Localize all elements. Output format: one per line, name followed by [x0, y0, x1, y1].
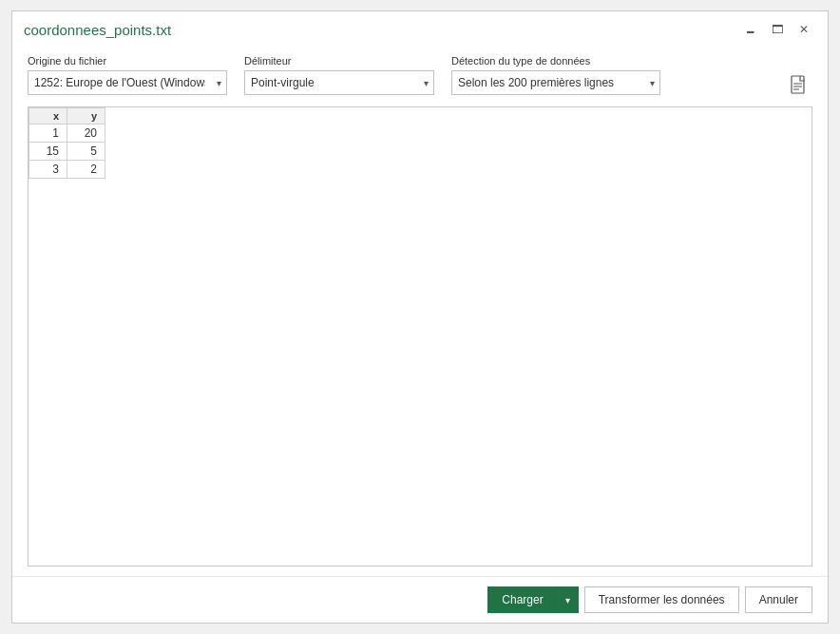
window-controls: 🗕 🗖 ✕: [738, 19, 816, 40]
data-preview: x y 12015532: [28, 106, 812, 567]
file-settings-button[interactable]: [786, 72, 812, 97]
delimiter-select[interactable]: Point-virgule: [244, 70, 434, 95]
footer: Charger ▾ Transformer les données Annule…: [12, 576, 828, 623]
table-header-row: x y: [29, 108, 105, 125]
delimiter-select-wrapper: Point-virgule: [244, 70, 434, 95]
maximize-button[interactable]: 🗖: [765, 19, 790, 40]
content-area: Origine du fichier 1252: Europe de l'Oue…: [12, 46, 828, 576]
origin-group: Origine du fichier 1252: Europe de l'Oue…: [28, 55, 227, 95]
table-cell: 1: [29, 125, 67, 143]
detection-select[interactable]: Selon les 200 premières lignes: [451, 70, 660, 95]
close-button[interactable]: ✕: [792, 19, 816, 40]
load-button[interactable]: Charger: [487, 586, 557, 613]
col-header-x: x: [29, 108, 67, 125]
load-dropdown-button[interactable]: ▾: [558, 586, 579, 613]
delimiter-group: Délimiteur Point-virgule: [244, 55, 434, 95]
col-header-y: y: [67, 108, 105, 125]
transform-button[interactable]: Transformer les données: [584, 586, 739, 613]
svg-rect-0: [792, 76, 804, 93]
delimiter-label: Délimiteur: [244, 55, 434, 67]
table-row: 155: [29, 143, 105, 161]
dialog-window: coordonnees_points.txt 🗕 🗖 ✕ Origine du …: [11, 10, 829, 624]
detection-select-wrapper: Selon les 200 premières lignes: [451, 70, 660, 95]
cancel-button[interactable]: Annuler: [745, 586, 812, 613]
origin-select-wrapper: 1252: Europe de l'Ouest (Windows): [28, 70, 227, 95]
table-cell: 3: [29, 161, 67, 179]
table-cell: 20: [67, 125, 105, 143]
detection-label: Détection du type de données: [451, 55, 660, 67]
detection-group: Détection du type de données Selon les 2…: [451, 55, 660, 95]
title-bar: coordonnees_points.txt 🗕 🗖 ✕: [12, 11, 828, 46]
minimize-button[interactable]: 🗕: [738, 19, 763, 40]
load-button-group: Charger ▾: [487, 586, 578, 613]
origin-label: Origine du fichier: [28, 55, 227, 67]
preview-table: x y 12015532: [29, 107, 105, 179]
dialog-title: coordonnees_points.txt: [24, 22, 171, 38]
table-cell: 15: [29, 143, 67, 161]
origin-select[interactable]: 1252: Europe de l'Ouest (Windows): [28, 70, 227, 95]
file-icon: [791, 75, 808, 94]
table-cell: 2: [67, 161, 105, 179]
table-cell: 5: [67, 143, 105, 161]
table-row: 120: [29, 125, 105, 143]
table-row: 32: [29, 161, 105, 179]
options-row: Origine du fichier 1252: Europe de l'Oue…: [28, 55, 812, 97]
